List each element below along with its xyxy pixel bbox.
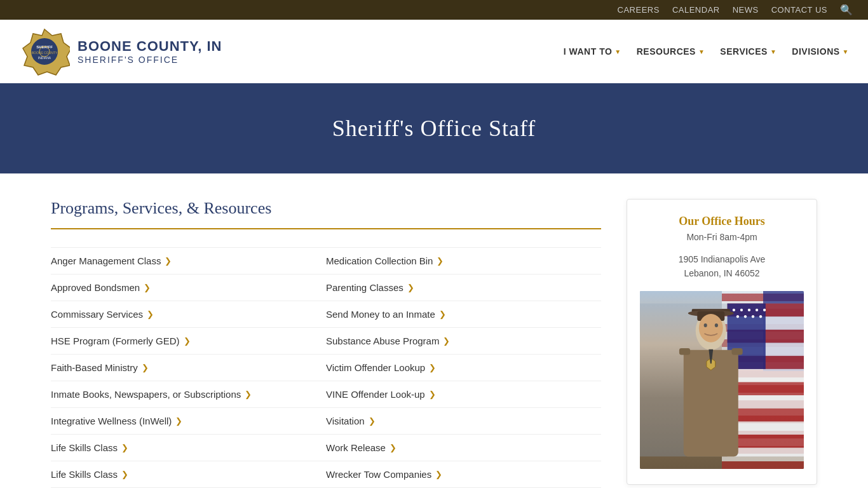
chevron-right-icon: ❯ — [435, 470, 442, 479]
sheriff-figure — [640, 291, 804, 469]
office-name: SHERIFF'S OFFICE — [78, 55, 222, 65]
chevron-down-icon: ▼ — [843, 48, 849, 55]
chevron-right-icon: ❯ — [144, 283, 151, 292]
nav-services[interactable]: SERVICES ▼ — [720, 46, 776, 57]
program-item-left-0[interactable]: Anger Management Class❯ — [51, 247, 326, 274]
svg-point-28 — [752, 315, 754, 318]
program-item-left-5[interactable]: Inmate Books, Newspapers, or Subscriptio… — [51, 381, 326, 408]
top-bar: CAREERS CALENDAR NEWS CONTACT US 🔍 — [0, 0, 868, 20]
svg-rect-18 — [728, 435, 804, 448]
office-address: 1905 Indianapolis Ave Lebanon, IN 46052 — [640, 252, 804, 281]
careers-link[interactable]: CAREERS — [618, 5, 660, 15]
program-item-left-7[interactable]: Life Skills Class❯ — [51, 435, 326, 461]
contact-us-link[interactable]: CONTACT US — [771, 5, 827, 15]
chevron-right-icon: ❯ — [142, 363, 149, 372]
news-link[interactable]: NEWS — [733, 5, 759, 15]
calendar-link[interactable]: CALENDAR — [672, 5, 720, 15]
svg-rect-39 — [679, 348, 690, 355]
chevron-right-icon: ❯ — [165, 256, 172, 266]
sheriff-photo — [640, 291, 804, 469]
county-name: BOONE COUNTY, IN — [78, 38, 222, 55]
chevron-right-icon: ❯ — [443, 336, 450, 346]
chevron-right-icon: ❯ — [429, 390, 436, 399]
search-icon[interactable]: 🔍 — [840, 4, 853, 16]
chevron-down-icon: ▼ — [698, 48, 705, 55]
chevron-right-icon: ❯ — [437, 256, 444, 266]
program-item-right-5[interactable]: VINE Offender Look-up❯ — [326, 381, 601, 408]
nav-resources[interactable]: RESOURCES ▼ — [637, 46, 705, 57]
svg-rect-13 — [728, 369, 804, 383]
right-sidebar: Our Office Hours Mon-Fri 8am-4pm 1905 In… — [627, 199, 817, 488]
svg-point-22 — [740, 309, 743, 311]
nav-divisions[interactable]: DIVISIONS ▼ — [792, 46, 849, 57]
svg-point-23 — [748, 309, 750, 311]
svg-rect-17 — [728, 421, 804, 435]
section-divider — [51, 228, 601, 229]
programs-right-col: Medication Collection Bin❯Parenting Clas… — [326, 247, 601, 488]
svg-point-34 — [699, 314, 723, 342]
main-content: Programs, Services, & Resources Anger Ma… — [0, 173, 868, 488]
program-item-left-8[interactable]: Life Skills Class❯ — [51, 461, 326, 488]
office-hours-title: Our Office Hours — [640, 215, 804, 228]
program-item-right-1[interactable]: Parenting Classes❯ — [326, 274, 601, 301]
chevron-down-icon: ▼ — [614, 48, 621, 55]
programs-section: Programs, Services, & Resources Anger Ma… — [51, 199, 601, 488]
chevron-right-icon: ❯ — [121, 470, 128, 479]
hero-banner: Sheriff's Office Staff — [0, 83, 868, 173]
svg-rect-19 — [728, 447, 804, 456]
logo-text-block: BOONE COUNTY, IN SHERIFF'S OFFICE — [78, 38, 222, 65]
chevron-right-icon: ❯ — [390, 443, 397, 452]
programs-left-col: Anger Management Class❯Approved Bondsmen… — [51, 247, 326, 488]
svg-point-35 — [704, 323, 707, 327]
nav-links: I WANT TO ▼ RESOURCES ▼ SERVICES ▼ DIVIS… — [564, 46, 849, 57]
program-item-right-2[interactable]: Send Money to an Inmate❯ — [326, 301, 601, 328]
nav-i-want-to[interactable]: I WANT TO ▼ — [564, 46, 621, 57]
svg-text:SHERIFF: SHERIFF — [36, 45, 53, 49]
program-item-right-4[interactable]: Victim Offender Lookup❯ — [326, 355, 601, 381]
main-nav: SHERIFF BOONE COUNTY INDIANA BOONE COUNT… — [0, 20, 868, 83]
svg-rect-16 — [728, 409, 804, 422]
program-item-right-0[interactable]: Medication Collection Bin❯ — [326, 247, 601, 274]
office-hours-time: Mon-Fri 8am-4pm — [640, 232, 804, 242]
chevron-right-icon: ❯ — [121, 443, 128, 452]
chevron-right-icon: ❯ — [175, 416, 182, 426]
program-item-left-1[interactable]: Approved Bondsmen❯ — [51, 274, 326, 301]
program-item-right-3[interactable]: Substance Abuse Program❯ — [326, 328, 601, 355]
sheriff-badge-icon: SHERIFF BOONE COUNTY INDIANA — [19, 26, 70, 77]
office-hours-card: Our Office Hours Mon-Fri 8am-4pm 1905 In… — [627, 199, 817, 485]
svg-text:BOONE COUNTY: BOONE COUNTY — [32, 51, 58, 55]
chevron-right-icon: ❯ — [439, 309, 446, 319]
chevron-right-icon: ❯ — [245, 390, 252, 399]
program-item-left-6[interactable]: Integrative Wellness (InWell)❯ — [51, 408, 326, 435]
svg-point-26 — [736, 315, 739, 318]
svg-point-29 — [759, 315, 762, 318]
svg-point-25 — [763, 309, 766, 311]
svg-rect-14 — [728, 382, 804, 395]
chevron-right-icon: ❯ — [184, 336, 191, 346]
svg-point-24 — [756, 309, 758, 311]
logo-area[interactable]: SHERIFF BOONE COUNTY INDIANA BOONE COUNT… — [19, 26, 222, 77]
programs-list: Anger Management Class❯Approved Bondsmen… — [51, 247, 601, 488]
program-item-right-8[interactable]: Wrecker Tow Companies❯ — [326, 461, 601, 488]
chevron-right-icon: ❯ — [147, 309, 154, 319]
chevron-down-icon: ▼ — [770, 48, 776, 55]
svg-rect-40 — [731, 348, 742, 355]
chevron-right-icon: ❯ — [407, 283, 414, 292]
page-title: Sheriff's Office Staff — [13, 115, 855, 142]
program-item-left-4[interactable]: Faith-Based Ministry❯ — [51, 355, 326, 381]
program-item-right-6[interactable]: Visitation❯ — [326, 408, 601, 435]
svg-point-36 — [715, 323, 718, 327]
chevron-right-icon: ❯ — [369, 416, 376, 426]
svg-point-21 — [733, 309, 735, 311]
chevron-right-icon: ❯ — [429, 363, 436, 372]
program-item-left-3[interactable]: HSE Program (Formerly GED)❯ — [51, 328, 326, 355]
program-item-left-2[interactable]: Commissary Services❯ — [51, 301, 326, 328]
svg-rect-15 — [728, 395, 804, 409]
section-heading: Programs, Services, & Resources — [51, 199, 601, 218]
svg-point-27 — [744, 315, 747, 318]
program-item-right-7[interactable]: Work Release❯ — [326, 435, 601, 461]
